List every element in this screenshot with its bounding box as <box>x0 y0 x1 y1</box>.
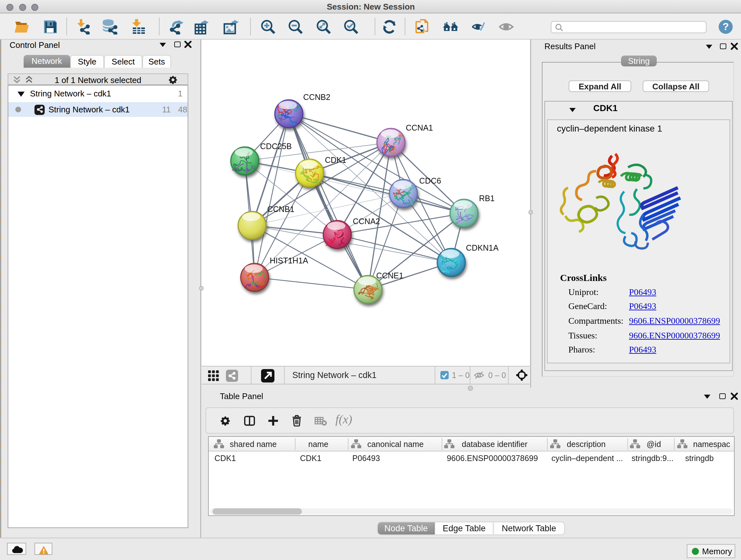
svg-text:CDC25B: CDC25B <box>260 142 292 151</box>
svg-text:RB1: RB1 <box>479 194 495 203</box>
svg-text:CCNA1: CCNA1 <box>406 123 433 132</box>
svg-text:CCNA2: CCNA2 <box>353 217 380 226</box>
svg-text:CDK1: CDK1 <box>325 155 346 165</box>
svg-text:CDKN1A: CDKN1A <box>466 243 498 252</box>
svg-text:HIST1H1A: HIST1H1A <box>270 256 308 265</box>
svg-text:CCNB2: CCNB2 <box>303 92 330 102</box>
svg-text:CDC6: CDC6 <box>419 176 441 185</box>
svg-text:CCNB1: CCNB1 <box>267 205 294 213</box>
svg-text:CCNE1: CCNE1 <box>376 271 403 280</box>
